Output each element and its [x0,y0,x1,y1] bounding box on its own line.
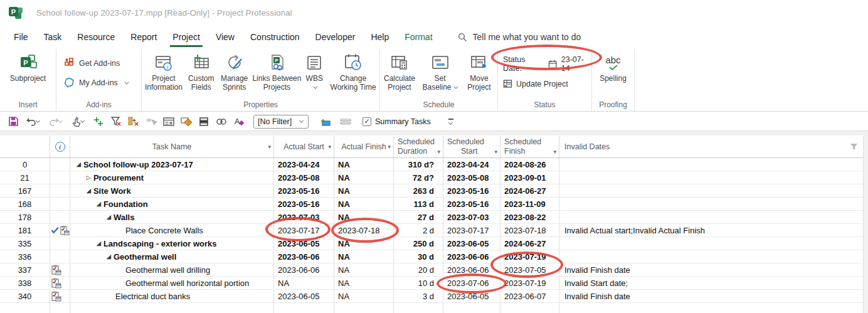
menu-item-project[interactable]: Project [170,26,203,48]
menu-item-report[interactable]: Report [128,26,159,48]
scheduled-finish-cell[interactable]: 2024-06-27 [500,184,559,197]
scheduled-duration-cell[interactable]: 263 d [394,184,443,197]
actual-finish-cell[interactable]: NA [334,263,394,276]
row-id[interactable]: 168 [0,198,50,210]
more-commands-chevron[interactable] [448,119,453,124]
expand-arrow-expanded-icon[interactable]: ◢ [97,240,101,247]
layout-icon[interactable] [197,115,211,128]
row-id[interactable]: 21 [0,171,50,184]
scheduled-finish-cell[interactable]: 2024-08-26 [500,158,559,171]
task-name-cell[interactable]: ◢Walls [70,211,274,223]
task-name-cell[interactable]: Electrical duct banks [70,290,274,302]
scheduled-start-cell[interactable]: 2023-07-03 [443,211,500,223]
column-dropdown-icon[interactable]: ▾ [437,149,440,155]
task-row-178[interactable]: 178◢Walls2023-07-03NA27 d2023-07-032023-… [0,211,863,224]
font-dialog-icon[interactable]: A [232,115,246,128]
actual-start-cell[interactable]: 2023-06-06 [274,250,334,263]
actual-finish-cell[interactable]: NA [334,198,394,210]
scheduled-start-cell[interactable]: 2023-07-17 [443,224,500,236]
invalid-dates-cell[interactable]: Invalid Start date; [559,277,863,289]
save-icon[interactable] [6,115,20,128]
header-actual-start[interactable]: Actual Start ▾ [274,135,334,157]
task-row-336[interactable]: 336◢Geothermal well2023-06-06NA30 d2023-… [0,250,863,263]
header-scheduled-duration[interactable]: ScheduledDuration ▾ [394,135,443,157]
update-project-button[interactable]: Update Project [503,79,591,88]
actual-finish-cell[interactable]: NA [334,277,394,289]
wbs-button[interactable]: WBS [302,49,327,100]
column-dropdown-icon[interactable]: ▾ [553,149,556,155]
task-row-335[interactable]: 335◢Landscaping - exterior works2023-06-… [0,237,863,250]
summary-tasks-toggle[interactable]: ✓ Summary Tasks [363,117,431,126]
scheduled-duration-cell[interactable]: 113 d [394,198,443,210]
clear-group-icon[interactable] [127,115,140,128]
actual-start-cell[interactable]: 2023-05-08 [274,171,334,184]
header-row-id[interactable] [0,135,50,157]
change-working-time-button[interactable]: Change Working Time [327,49,379,100]
actual-start-cell[interactable]: 2023-04-24 [274,158,334,171]
column-dropdown-icon[interactable]: ▾ [388,144,391,150]
task-name-cell[interactable]: Place Concrete Walls [70,224,274,236]
scheduled-finish-cell[interactable]: 2024-06-27 [500,237,559,250]
row-id[interactable]: 336 [0,250,50,263]
row-id[interactable]: 0 [0,158,50,171]
menu-item-task[interactable]: Task [41,26,65,48]
touch-mode-button[interactable] [69,115,88,128]
scheduled-duration-cell[interactable]: 310 d? [394,158,443,171]
scheduled-finish-cell[interactable]: 2023-09-01 [500,171,559,184]
actual-start-cell[interactable]: 2023-05-16 [274,198,334,210]
task-row-0[interactable]: 0◢School follow-up 2023-07-172023-04-24N… [0,158,863,171]
invalid-dates-cell[interactable]: Invalid Finish date [559,263,863,276]
invalid-dates-cell[interactable] [559,211,863,223]
get-addins-button[interactable]: Get Add-ins [64,58,141,68]
task-name-cell[interactable]: ◢Foundation [70,198,274,210]
task-row-337[interactable]: 337Geothermal well drilling2023-06-06NA2… [0,263,863,277]
column-dropdown-icon[interactable]: ▾ [494,149,497,155]
scheduled-duration-cell[interactable]: 3 d [394,290,443,302]
scheduled-duration-cell[interactable]: 30 d [394,250,443,263]
invalid-dates-cell[interactable] [559,184,863,197]
custom-fields-button[interactable]: Custom Fields [186,49,217,100]
row-id[interactable]: 181 [0,224,50,236]
row-id[interactable]: 178 [0,211,50,223]
row-id[interactable]: 338 [0,277,50,289]
invalid-dates-cell[interactable]: Invalid Actual start;Invalid Actual Fini… [559,224,863,236]
actual-finish-cell[interactable]: NA [334,171,394,184]
task-name-cell[interactable]: Geothermal well horizontal portion [70,277,274,289]
scheduled-start-cell[interactable]: 2023-06-05 [443,237,500,250]
header-scheduled-start[interactable]: ScheduledStart ▾ [443,135,500,157]
expand-arrow-expanded-icon[interactable]: ◢ [107,214,111,220]
header-task-name[interactable]: Task Name ▾ [70,135,274,157]
calculate-project-button[interactable]: Calculate Project [380,49,419,100]
menu-item-help[interactable]: Help [368,26,391,48]
scheduled-start-cell[interactable]: 2023-05-16 [443,198,500,210]
row-id[interactable]: 167 [0,184,50,197]
invalid-dates-cell[interactable]: Invalid Finish date [559,290,863,302]
task-row-168[interactable]: 168◢Foundation2023-05-16NA113 d2023-05-1… [0,198,863,211]
actual-start-cell[interactable]: NA [274,277,334,289]
scheduled-finish-cell[interactable]: 2023-11-09 [500,198,559,210]
menu-item-format[interactable]: Format [402,26,435,48]
insert-summary-icon[interactable] [319,115,332,128]
task-row-340[interactable]: 340Electrical duct banks2023-06-05NA3 d2… [0,290,863,303]
scheduled-finish-cell[interactable]: 2023-08-22 [500,211,559,223]
filter-dropdown[interactable]: [No Filter] [253,115,309,129]
row-id[interactable]: 340 [0,290,50,302]
task-row-167[interactable]: 167◢Site Work2023-05-16NA263 d2023-05-16… [0,184,863,198]
task-name-cell[interactable]: ◢Landscaping - exterior works [70,237,274,250]
expand-arrow-expanded-icon[interactable]: ◢ [107,253,111,260]
set-baseline-button[interactable]: Set Baseline [420,49,460,100]
task-name-cell[interactable]: ◢Geothermal well [70,250,274,263]
task-name-cell[interactable]: ◢School follow-up 2023-07-17 [70,158,274,171]
clear-filter-icon[interactable] [109,115,123,128]
invalid-dates-cell[interactable] [559,198,863,210]
invalid-dates-cell[interactable] [559,237,863,250]
manage-sprints-button[interactable]: Manage Sprints [217,49,252,100]
scheduled-duration-cell[interactable]: 2 d [394,224,443,236]
links-between-projects-button[interactable]: P Links Between Projects [252,49,302,100]
row-id[interactable]: 337 [0,263,50,276]
scheduled-start-cell[interactable]: 2023-04-24 [443,158,500,171]
expand-arrow-expanded-icon[interactable]: ◢ [87,188,91,194]
my-addins-button[interactable]: My Add-ins [64,77,141,88]
menu-item-resource[interactable]: Resource [75,26,117,48]
actual-finish-cell[interactable]: NA [334,250,394,263]
